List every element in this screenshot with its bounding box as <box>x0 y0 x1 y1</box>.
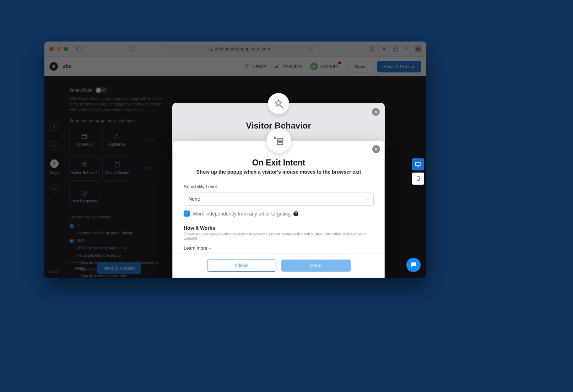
exit-intent-modal: ✕ On Exit Intent Show up the popup when … <box>173 141 384 278</box>
chevron-down-icon: ⌄ <box>209 246 211 250</box>
star-wand-icon <box>268 93 289 114</box>
mobile-preview-icon[interactable] <box>412 173 424 185</box>
svg-line-16 <box>281 107 283 108</box>
sensibility-label: Sensibility Level <box>184 184 374 189</box>
modal-subtitle: Show up the popup when a visitor's mouse… <box>173 169 384 175</box>
how-it-works-desc: Show your campaign when a visitor moves … <box>184 232 374 240</box>
device-preview-rail <box>412 158 424 185</box>
independent-checkbox[interactable]: ✓ <box>184 211 190 217</box>
desktop-preview-icon[interactable] <box>412 158 424 170</box>
sensibility-value: None <box>188 196 200 202</box>
independent-checkbox-label: Work independently from any other target… <box>193 211 291 217</box>
chat-bubble-icon[interactable] <box>406 258 421 272</box>
modal-save-button[interactable]: Save <box>281 260 351 272</box>
chevron-down-icon: ⌄ <box>366 197 369 201</box>
sensibility-select[interactable]: None ⌄ <box>184 192 374 206</box>
modal-title: On Exit Intent <box>173 158 384 168</box>
close-icon[interactable]: ✕ <box>372 108 380 116</box>
browser-window: ⌄ ‹ › 🔒 dashboard.popupsmart.com ⟳ + abc… <box>44 42 426 278</box>
exit-intent-icon <box>266 128 291 153</box>
modal-close-button[interactable]: Close <box>207 260 276 272</box>
how-it-works-title: How It Works <box>184 225 374 231</box>
svg-rect-21 <box>416 162 421 165</box>
learn-more-link[interactable]: Learn more ⌄ <box>184 245 374 251</box>
svg-point-25 <box>418 180 418 180</box>
help-icon[interactable]: ? <box>293 211 298 216</box>
modal-close-icon[interactable]: ✕ <box>372 145 380 153</box>
